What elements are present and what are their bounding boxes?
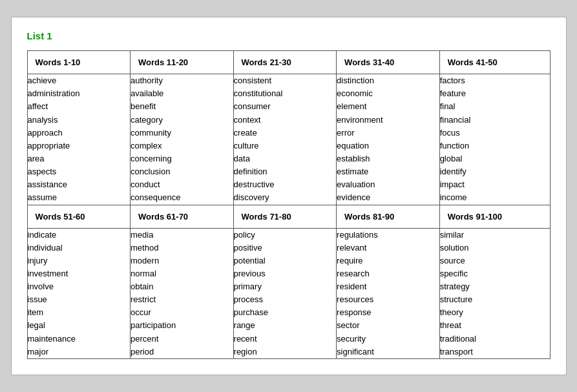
word-item: injury [28, 254, 131, 267]
word-item: participation [131, 319, 233, 332]
word-item: complex [131, 139, 233, 152]
header-row-1: Words 1-10 Words 11-20 Words 21-30 Words… [27, 51, 550, 74]
word-item: significant [337, 346, 439, 358]
word-item: indicate [28, 229, 131, 242]
word-item: conduct [131, 178, 233, 191]
word-item: error [337, 127, 439, 139]
word-item: element [337, 100, 439, 113]
word-item: environment [337, 114, 439, 127]
word-item: response [337, 306, 439, 319]
word-item: create [234, 127, 337, 139]
word-item: achieve [28, 74, 131, 87]
word-item: resources [337, 293, 439, 306]
word-item: solution [440, 242, 550, 254]
words-cell-1-3: consistentconstitutionalconsumercontextc… [233, 74, 337, 205]
word-item: require [337, 254, 439, 267]
word-item: destructive [234, 178, 337, 191]
word-item: research [337, 267, 439, 280]
word-item: authority [131, 74, 233, 87]
word-item: strategy [440, 280, 550, 293]
word-item: global [440, 152, 550, 165]
word-item: distinction [337, 74, 439, 87]
header-2-4: Words 81-90 [337, 205, 440, 228]
word-item: threat [440, 319, 550, 332]
word-item: occur [131, 306, 233, 319]
word-item: category [131, 114, 233, 127]
word-item: sector [337, 319, 439, 332]
word-item: transport [440, 346, 550, 358]
word-item: previous [234, 267, 337, 280]
word-item: investment [28, 267, 131, 280]
header-1-1: Words 1-10 [27, 51, 131, 74]
word-item: function [440, 139, 550, 152]
word-item: concerning [131, 152, 233, 165]
word-item: policy [234, 229, 337, 242]
words-cell-1-1: achieveadministrationaffectanalysisappro… [27, 74, 131, 205]
header-2-1: Words 51-60 [27, 205, 131, 228]
header-1-4: Words 31-40 [337, 51, 440, 74]
word-item: estimate [337, 165, 439, 178]
word-item: assistance [28, 178, 131, 191]
word-item: data [234, 152, 337, 165]
word-item: definition [234, 165, 337, 178]
word-item: income [440, 191, 550, 204]
page-container: List 1 Words 1-10 Words 11-20 Words 21-3… [11, 17, 567, 375]
word-item: identify [440, 165, 550, 178]
word-item: involve [28, 280, 131, 293]
word-item: theory [440, 306, 550, 319]
word-item: media [131, 229, 233, 242]
word-item: financial [440, 114, 550, 127]
word-item: focus [440, 127, 550, 139]
word-item: normal [131, 267, 233, 280]
word-item: consistent [234, 74, 337, 87]
word-item: individual [28, 242, 131, 254]
word-item: benefit [131, 100, 233, 113]
word-item: area [28, 152, 131, 165]
word-item: evidence [337, 191, 439, 204]
word-item: purchase [234, 306, 337, 319]
word-item: analysis [28, 114, 131, 127]
words-cell-2-2: mediamethodmodernnormalobtainrestrictocc… [131, 228, 234, 358]
word-item: factors [440, 74, 550, 87]
header-1-3: Words 21-30 [233, 51, 337, 74]
word-item: security [337, 333, 439, 346]
word-item: potential [234, 254, 337, 267]
word-item: region [234, 346, 337, 358]
word-item: available [131, 87, 233, 100]
word-item: consequence [131, 191, 233, 204]
words-row-1: achieveadministrationaffectanalysisappro… [27, 74, 550, 205]
word-item: evaluation [337, 178, 439, 191]
word-item: primary [234, 280, 337, 293]
word-item: source [440, 254, 550, 267]
word-item: conclusion [131, 165, 233, 178]
word-item: structure [440, 293, 550, 306]
word-item: similar [440, 229, 550, 242]
word-item: percent [131, 333, 233, 346]
word-item: recent [234, 333, 337, 346]
word-item: affect [28, 100, 131, 113]
word-item: period [131, 346, 233, 358]
words-cell-2-3: policypositivepotentialpreviousprimarypr… [233, 228, 337, 358]
word-item: final [440, 100, 550, 113]
word-item: assume [28, 191, 131, 204]
words-table: Words 1-10 Words 11-20 Words 21-30 Words… [27, 50, 551, 359]
word-item: modern [131, 254, 233, 267]
words-cell-1-5: factorsfeaturefinalfinancialfocusfunctio… [439, 74, 550, 205]
word-item: culture [234, 139, 337, 152]
word-item: economic [337, 87, 439, 100]
word-item: major [28, 346, 131, 358]
word-item: positive [234, 242, 337, 254]
words-cell-2-4: regulationsrelevantrequireresearchreside… [337, 228, 440, 358]
header-2-3: Words 71-80 [233, 205, 337, 228]
list-title: List 1 [27, 30, 551, 41]
word-item: traditional [440, 333, 550, 346]
word-item: consumer [234, 100, 337, 113]
words-cell-2-5: similarsolutionsourcespecificstrategystr… [439, 228, 550, 358]
words-cell-1-2: authorityavailablebenefitcategorycommuni… [131, 74, 234, 205]
word-item: equation [337, 139, 439, 152]
word-item: aspects [28, 165, 131, 178]
word-item: specific [440, 267, 550, 280]
word-item: context [234, 114, 337, 127]
word-item: method [131, 242, 233, 254]
word-item: obtain [131, 280, 233, 293]
